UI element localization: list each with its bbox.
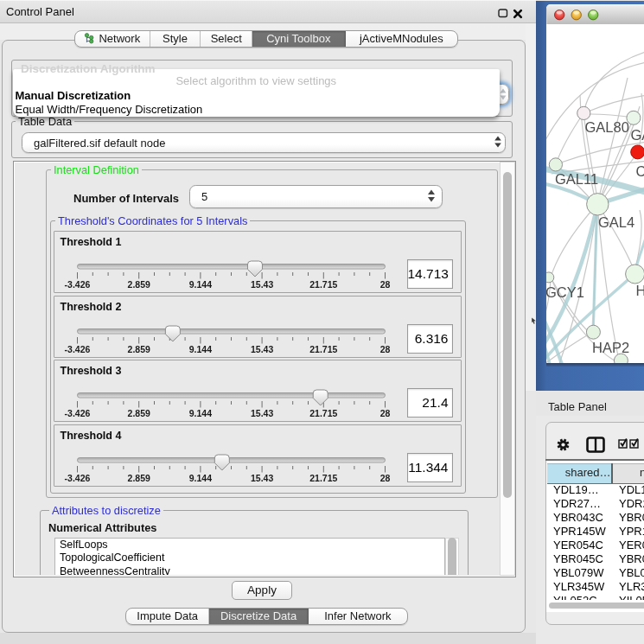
svg-text:CD: CD xyxy=(635,163,644,179)
svg-text:HIS: HIS xyxy=(635,283,644,298)
svg-text:GAL4: GAL4 xyxy=(598,214,634,230)
svg-text:GAL11: GAL11 xyxy=(555,171,598,187)
svg-text:GCY1: GCY1 xyxy=(546,284,584,300)
svg-text:GAL80: GAL80 xyxy=(584,119,628,135)
svg-text:GAL1: GAL1 xyxy=(630,127,644,143)
svg-text:HAP2: HAP2 xyxy=(592,340,629,355)
